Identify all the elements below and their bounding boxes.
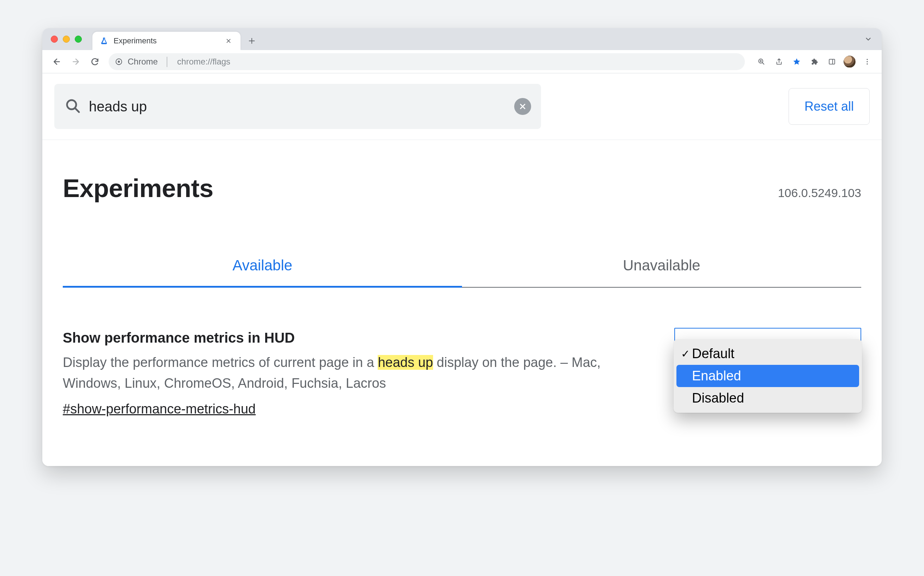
tab-available[interactable]: Available xyxy=(63,245,462,288)
search-field-wrap xyxy=(54,84,541,129)
share-icon[interactable] xyxy=(771,54,787,70)
svg-point-7 xyxy=(67,100,76,109)
svg-point-6 xyxy=(866,63,868,64)
check-icon: ✓ xyxy=(680,347,690,360)
flag-option-label: Disabled xyxy=(692,390,744,406)
svg-rect-3 xyxy=(829,59,835,64)
flag-select-dropdown: ✓ Default Enabled Disabled xyxy=(674,339,862,413)
extensions-icon[interactable] xyxy=(806,54,822,70)
search-input[interactable] xyxy=(89,99,506,115)
page-title: Experiments xyxy=(63,174,213,203)
browser-tab[interactable]: Experiments xyxy=(92,32,240,50)
flag-description: Display the performance metrics of curre… xyxy=(63,352,613,394)
svg-point-5 xyxy=(866,61,868,62)
address-path: chrome://flags xyxy=(177,57,230,67)
search-icon xyxy=(64,97,81,116)
browser-window: Experiments xyxy=(42,28,882,466)
flag-option-default[interactable]: ✓ Default xyxy=(676,342,859,365)
flag-select-wrap: ✓ Default Enabled Disabled xyxy=(674,328,861,348)
tab-title: Experiments xyxy=(114,36,219,45)
flag-option-disabled[interactable]: Disabled xyxy=(676,387,859,409)
side-panel-icon[interactable] xyxy=(824,54,840,70)
flags-topbar: Reset all xyxy=(42,73,882,140)
flag-option-enabled[interactable]: Enabled xyxy=(676,365,859,387)
address-origin: Chrome xyxy=(128,57,158,67)
browser-toolbar: Chrome │ chrome://flags xyxy=(42,50,882,73)
forward-button[interactable] xyxy=(68,54,84,70)
chrome-version: 106.0.5249.103 xyxy=(778,186,861,200)
tab-strip: Experiments xyxy=(42,28,882,50)
zoom-icon[interactable] xyxy=(753,54,770,70)
flag-desc-highlight: heads up xyxy=(378,355,433,370)
reset-all-button[interactable]: Reset all xyxy=(789,88,870,125)
flag-anchor-link[interactable]: #show-performance-metrics-hud xyxy=(63,402,256,417)
svg-point-4 xyxy=(866,59,868,59)
flag-option-label: Default xyxy=(692,346,734,361)
address-separator: │ xyxy=(165,57,170,67)
profile-avatar[interactable] xyxy=(841,54,858,70)
reload-button[interactable] xyxy=(87,54,103,70)
kebab-menu-icon[interactable] xyxy=(859,54,875,70)
window-controls xyxy=(51,28,92,50)
bookmark-star-icon[interactable] xyxy=(789,54,805,70)
window-minimize-button[interactable] xyxy=(63,35,70,43)
flag-desc-before: Display the performance metrics of curre… xyxy=(63,355,378,370)
tab-close-button[interactable] xyxy=(224,36,234,46)
tab-unavailable[interactable]: Unavailable xyxy=(462,245,861,288)
clear-search-button[interactable] xyxy=(514,98,531,115)
window-close-button[interactable] xyxy=(51,35,58,43)
flag-option-label: Enabled xyxy=(692,368,741,384)
flask-icon xyxy=(99,36,109,45)
svg-point-1 xyxy=(118,61,120,63)
flag-title: Show performance metrics in HUD xyxy=(63,330,613,346)
chrome-logo-icon xyxy=(115,58,123,66)
new-tab-button[interactable] xyxy=(244,33,259,49)
flag-entry: Show performance metrics in HUD Display … xyxy=(42,288,882,417)
page-content: Reset all Experiments 106.0.5249.103 Ava… xyxy=(42,73,882,466)
tab-overflow-button[interactable] xyxy=(861,32,875,46)
back-button[interactable] xyxy=(49,54,65,70)
window-maximize-button[interactable] xyxy=(75,35,82,43)
flags-tabs: Available Unavailable xyxy=(42,245,882,288)
address-bar[interactable]: Chrome │ chrome://flags xyxy=(109,53,745,70)
